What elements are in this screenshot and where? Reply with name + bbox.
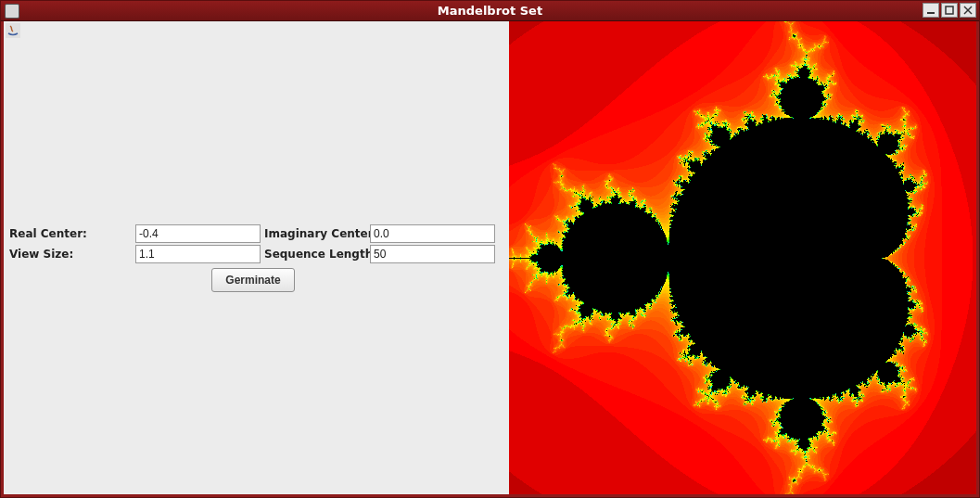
view-size-label: View Size:: [9, 248, 135, 261]
svg-rect-1: [946, 6, 953, 14]
control-panel: Real Center: Imaginary Center: View Size…: [4, 21, 509, 494]
app-titlebar-icon: [5, 4, 19, 19]
imaginary-center-label: Imaginary Center:: [261, 227, 370, 240]
content-area: Real Center: Imaginary Center: View Size…: [1, 21, 979, 497]
titlebar[interactable]: Mandelbrot Set: [1, 1, 979, 21]
window-controls: [923, 3, 976, 18]
java-app-icon: [6, 23, 20, 38]
maximize-button[interactable]: [941, 3, 958, 18]
view-size-input[interactable]: [135, 245, 261, 263]
minimize-button[interactable]: [923, 3, 939, 18]
maximize-icon: [945, 6, 954, 15]
parameter-form: Real Center: Imaginary Center: View Size…: [9, 223, 504, 292]
button-row: Germinate: [9, 268, 504, 292]
imaginary-center-input[interactable]: [370, 224, 495, 243]
app-window: Mandelbrot Set Real Center:: [0, 0, 980, 498]
sequence-length-input[interactable]: [370, 245, 495, 263]
real-center-input[interactable]: [135, 224, 261, 243]
fractal-viewport[interactable]: [509, 21, 976, 494]
germinate-button[interactable]: Germinate: [211, 268, 295, 292]
minimize-icon: [926, 6, 935, 15]
real-center-label: Real Center:: [9, 227, 135, 240]
window-title: Mandelbrot Set: [438, 4, 542, 18]
mandelbrot-canvas: [509, 21, 976, 494]
sequence-length-label: Sequence Length:: [261, 248, 370, 261]
form-row: Real Center: Imaginary Center:: [9, 223, 504, 244]
svg-rect-4: [6, 23, 20, 38]
form-row: View Size: Sequence Length:: [9, 244, 504, 264]
close-button[interactable]: [960, 3, 976, 18]
close-icon: [963, 6, 973, 15]
